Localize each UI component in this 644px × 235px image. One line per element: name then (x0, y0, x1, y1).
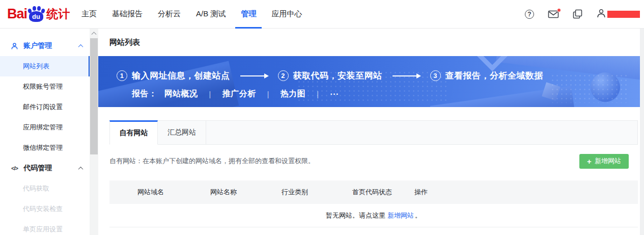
sidebar-item-wechat-binding[interactable]: 微信绑定管理 (0, 138, 91, 158)
arrow-right-icon (240, 75, 268, 76)
step-number-icon: 3 (430, 70, 441, 81)
mail-icon[interactable] (548, 10, 559, 19)
column-header-site-name: 网站名称 (210, 188, 282, 197)
baidu-tongji-logo[interactable]: Bai du 统计 (7, 6, 70, 22)
user-icon (596, 8, 606, 20)
column-header-industry: 行业类别 (282, 188, 352, 197)
report-link-site-overview[interactable]: 网站概况 (164, 89, 198, 99)
scroll-up-icon[interactable] (90, 29, 98, 37)
column-header-domain: 网站域名 (109, 188, 210, 197)
chevron-up-icon (78, 166, 83, 171)
column-header-actions: 操作 (414, 188, 638, 197)
nav-item-manage[interactable]: 管理 (233, 0, 264, 28)
site-tabs: 自有网站 汇总网站 (109, 120, 638, 145)
add-website-label: 新增网站 (595, 156, 621, 166)
report-label: 报告： (132, 89, 157, 99)
copy-icon[interactable] (573, 9, 582, 19)
main-content: 网站列表 1 输入网址信息，创建站点 2 获取代码，安装至网站 (98, 29, 640, 235)
help-icon[interactable]: ? (525, 10, 534, 19)
account-icon (10, 42, 19, 50)
empty-state-suffix: 。 (415, 211, 422, 220)
add-website-button[interactable]: + 新增网站 (579, 154, 629, 169)
top-nav: Bai du 统计 主页 基础报告 分析云 A/B 测试 管理 应用中心 ? (0, 0, 644, 29)
nav-item-app-center[interactable]: 应用中心 (264, 0, 310, 28)
banner-decor-slab (98, 61, 239, 107)
logo-du-text: du (27, 13, 45, 20)
logo-bai-text: Bai (7, 6, 27, 22)
empty-state-text: 暂无网站。请点这里 (326, 211, 385, 220)
own-websites-description: 自有网站：在本账户下创建的网站域名，拥有全部的查看和设置权限。 (109, 156, 315, 166)
banner-report-links: 报告： 网站概况 | 推广分析 | 热力图 | ··· (132, 89, 339, 99)
tab-summary-websites[interactable]: 汇总网站 (158, 121, 206, 144)
sidebar-item-get-code[interactable]: 代码获取 (0, 178, 91, 199)
sidebar-scrollbar[interactable] (90, 29, 98, 235)
sidebar-section-account-management[interactable]: 账户管理 (0, 36, 91, 56)
sidebar-item-website-list[interactable]: 网站列表 (0, 56, 91, 76)
sidebar-item-permission-accounts[interactable]: 权限账号管理 (0, 76, 91, 97)
sidebar-section-title: 代码管理 (23, 164, 52, 173)
logo-product-text: 统计 (46, 6, 70, 22)
banner-steps: 1 输入网址信息，创建站点 2 获取代码，安装至网站 3 查看报告，分析全域数据 (117, 70, 543, 82)
page: Bai du 统计 主页 基础报告 分析云 A/B 测试 管理 应用中心 ? (0, 0, 644, 235)
sidebar-item-email-subscription[interactable]: 邮件订阅设置 (0, 97, 91, 117)
sidebar: 账户管理 网站列表 权限账号管理 邮件订阅设置 应用绑定管理 微信绑定管理 </… (0, 29, 98, 235)
sidebar-section-code-management[interactable]: </> 代码管理 (0, 158, 91, 178)
tabs-filler (206, 121, 637, 144)
page-title: 网站列表 (109, 38, 140, 47)
sidebar-item-spa-settings[interactable]: 单页应用设置 (0, 219, 91, 235)
onboarding-banner: 1 输入网址信息，创建站点 2 获取代码，安装至网站 3 查看报告，分析全域数据… (98, 56, 640, 107)
nav-right-icons: ? (511, 8, 640, 20)
step-number-icon: 1 (117, 70, 127, 81)
add-website-link[interactable]: 新增网站 (387, 211, 414, 220)
report-link-heatmap[interactable]: 热力图 (281, 89, 306, 99)
step-number-icon: 2 (278, 70, 289, 81)
sidebar-item-app-binding[interactable]: 应用绑定管理 (0, 117, 91, 138)
separator: | (209, 90, 211, 98)
sidebar-section-title: 账户管理 (23, 41, 52, 50)
banner-step-3: 3 查看报告，分析全域数据 (430, 70, 544, 82)
nav-item-home[interactable]: 主页 (74, 0, 104, 28)
redacted-username (607, 11, 640, 18)
chevron-up-icon (78, 44, 83, 49)
banner-decor-pyramid (475, 56, 510, 71)
notification-dot (557, 8, 561, 12)
plus-icon: + (587, 158, 592, 165)
banner-step-text: 获取代码，安装至网站 (293, 70, 382, 82)
banner-decor-dots (550, 73, 627, 103)
report-link-more-ellipsis[interactable]: ··· (330, 90, 339, 99)
banner-step-text: 查看报告，分析全域数据 (445, 70, 544, 82)
code-icon: </> (10, 165, 19, 171)
account-area[interactable] (596, 8, 640, 20)
banner-step-2: 2 获取代码，安装至网站 (278, 70, 382, 82)
column-header-homepage-code-status: 首页代码状态 (352, 188, 414, 197)
table-header-row: 网站域名 网站名称 行业类别 首页代码状态 操作 (109, 180, 638, 204)
report-link-promotion-analysis[interactable]: 推广分析 (222, 89, 256, 99)
separator: | (317, 90, 319, 98)
main-menu: 主页 基础报告 分析云 A/B 测试 管理 应用中心 (74, 0, 310, 28)
separator: | (267, 90, 269, 98)
nav-item-ab-test[interactable]: A/B 测试 (188, 0, 233, 28)
tab-own-websites[interactable]: 自有网站 (109, 120, 158, 145)
empty-state-row: 暂无网站。请点这里 新增网站 。 (109, 204, 638, 227)
sidebar-item-code-install-check[interactable]: 代码安装检查 (0, 199, 91, 219)
scrollbar-thumb[interactable] (90, 38, 98, 154)
baidu-paw-icon: du (27, 6, 45, 22)
banner-step-1: 1 输入网址信息，创建站点 (117, 70, 230, 82)
banner-step-text: 输入网址信息，创建站点 (132, 70, 230, 82)
nav-item-basic-reports[interactable]: 基础报告 (104, 0, 150, 28)
arrow-right-icon (393, 75, 420, 76)
nav-item-analytics-cloud[interactable]: 分析云 (150, 0, 188, 28)
website-table: 网站域名 网站名称 行业类别 首页代码状态 操作 暂无网站。请点这里 新增网站 … (109, 180, 638, 227)
